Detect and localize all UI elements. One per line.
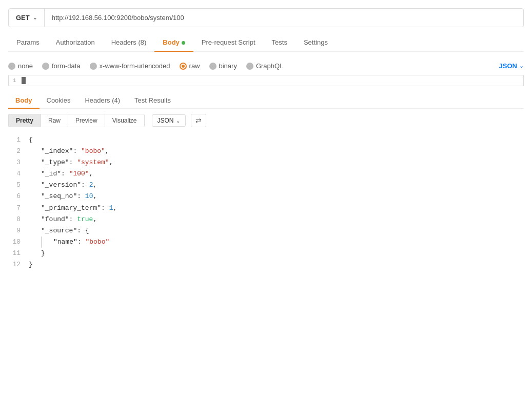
url-bar: GET ⌄	[8, 8, 524, 27]
url-input[interactable]	[45, 9, 523, 27]
radio-binary[interactable]: binary	[209, 62, 237, 70]
resp-tab-headers[interactable]: Headers (4)	[77, 92, 127, 108]
preview-button[interactable]: Preview	[68, 114, 105, 127]
resp-tab-cookies[interactable]: Cookies	[40, 92, 78, 108]
response-toolbar: Pretty Raw Preview Visualize JSON ⌄ ⇄	[8, 114, 524, 127]
response-tabs: Body Cookies Headers (4) Test Results	[8, 92, 524, 109]
tab-pre-request-script[interactable]: Pre-request Script	[193, 33, 264, 51]
radio-x-www-form-urlencoded[interactable]: x-www-form-urlencoded	[90, 62, 170, 70]
raw-button[interactable]: Raw	[41, 114, 68, 127]
radio-urlencoded-circle	[90, 63, 97, 70]
tab-tests[interactable]: Tests	[264, 33, 295, 51]
radio-raw-circle	[180, 63, 187, 70]
method-label: GET	[16, 14, 30, 22]
radio-graphql-circle	[246, 63, 253, 70]
body-type-row: none form-data x-www-form-urlencoded raw…	[8, 58, 524, 75]
method-dropdown[interactable]: GET ⌄	[9, 9, 45, 27]
visualize-button[interactable]: Visualize	[105, 114, 145, 127]
request-tabs: Params Authorization Headers (8) Body Pr…	[8, 33, 524, 52]
tab-params[interactable]: Params	[8, 33, 48, 51]
radio-graphql[interactable]: GraphQL	[246, 62, 283, 70]
json-line-8: 8 "found": true,	[8, 214, 524, 225]
response-format-selector[interactable]: JSON ⌄	[152, 114, 186, 127]
radio-none-circle	[8, 63, 15, 70]
json-line-1: 1 {	[8, 134, 524, 146]
radio-form-data[interactable]: form-data	[42, 62, 81, 70]
tab-authorization[interactable]: Authorization	[48, 33, 103, 51]
json-line-4: 4 "_id": "100",	[8, 168, 524, 180]
json-line-3: 3 "_type": "system",	[8, 157, 524, 168]
cursor	[22, 77, 26, 84]
json-line-2: 2 "_index": "bobo",	[8, 146, 524, 157]
json-line-10: 10 "name": "bobo"	[8, 236, 524, 248]
json-line-5: 5 "_version": 2,	[8, 180, 524, 191]
radio-binary-circle	[209, 63, 216, 70]
radio-none[interactable]: none	[8, 62, 33, 70]
json-line-12: 12 }	[8, 259, 524, 270]
request-body-editor-top: 1	[8, 75, 524, 86]
resp-tab-body[interactable]: Body	[8, 92, 40, 108]
tab-settings[interactable]: Settings	[295, 33, 336, 51]
body-active-dot	[182, 41, 185, 45]
response-body-json: 1 { 2 "_index": "bobo", 3 "_type": "syst…	[8, 132, 524, 272]
json-format-selector[interactable]: JSON ⌄	[499, 62, 524, 70]
tab-headers[interactable]: Headers (8)	[103, 33, 155, 51]
json-line-6: 6 "_seq_no": 10,	[8, 191, 524, 202]
json-line-11: 11 }	[8, 248, 524, 259]
pretty-button[interactable]: Pretty	[8, 114, 41, 127]
format-chevron-icon: ⌄	[176, 118, 180, 124]
radio-form-data-circle	[42, 63, 49, 70]
json-chevron-icon: ⌄	[519, 63, 524, 69]
resp-tab-test-results[interactable]: Test Results	[127, 92, 178, 108]
wrap-button[interactable]: ⇄	[191, 114, 206, 127]
json-line-9: 9 "_source": {	[8, 225, 524, 236]
method-chevron-icon: ⌄	[33, 15, 37, 21]
json-line-7: 7 "_primary_term": 1,	[8, 203, 524, 214]
radio-raw[interactable]: raw	[180, 62, 200, 70]
tab-body[interactable]: Body	[154, 33, 193, 51]
